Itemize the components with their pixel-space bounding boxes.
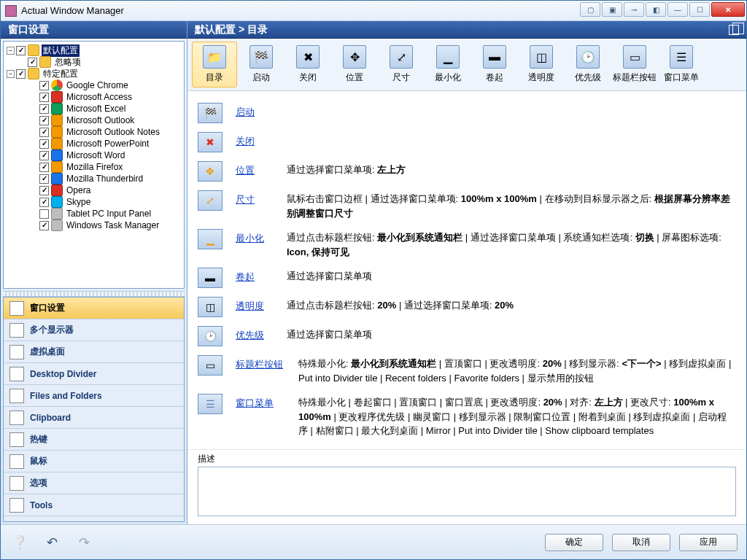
- toolbar-button[interactable]: ▭标题栏按钮: [612, 42, 657, 88]
- tree-item-label[interactable]: Microsoft Word: [65, 150, 126, 160]
- link-winmenu[interactable]: 窗口菜单: [236, 394, 298, 410]
- tree-item-label[interactable]: Microsoft Outlook: [65, 115, 136, 125]
- tree-checkbox[interactable]: [39, 104, 49, 114]
- cancel-button[interactable]: 取消: [612, 534, 670, 551]
- tree-item-app[interactable]: Mozilla Firefox: [5, 161, 182, 173]
- toolbar-button[interactable]: ⤢尺寸: [379, 42, 424, 88]
- maximize-button[interactable]: ☐: [689, 2, 710, 17]
- link-size[interactable]: 尺寸: [236, 190, 287, 206]
- tree-checkbox[interactable]: [39, 174, 49, 184]
- tree-item-app[interactable]: Microsoft PowerPoint: [5, 138, 182, 149]
- nav-item[interactable]: Clipboard: [4, 407, 184, 429]
- toolbar-button[interactable]: ▁最小化: [425, 42, 471, 88]
- tree-checkbox[interactable]: [39, 93, 49, 102]
- undo-icon[interactable]: ↶: [42, 532, 62, 553]
- folder-icon: [39, 56, 51, 68]
- nav-item[interactable]: 鼠标: [4, 451, 184, 472]
- nav-icon: [9, 389, 24, 403]
- nav-item[interactable]: 多个显示器: [4, 319, 184, 341]
- sysbtn-extra3[interactable]: ⊸: [624, 2, 644, 17]
- config-tree[interactable]: − 默认配置 忽略项 − 特定配置 Google Chrom: [3, 41, 185, 289]
- tree-item-label[interactable]: Mozilla Thunderbird: [65, 174, 144, 184]
- tree-checkbox[interactable]: [16, 69, 26, 79]
- tree-checkbox[interactable]: [39, 221, 49, 230]
- toolbar-button[interactable]: 📁目录: [192, 42, 237, 88]
- splitter-grip[interactable]: [3, 291, 185, 297]
- link-rollup[interactable]: 卷起: [236, 268, 287, 284]
- tree-item-default-config[interactable]: 默认配置: [42, 44, 80, 57]
- expand-toggle[interactable]: −: [7, 47, 15, 55]
- tree-checkbox[interactable]: [39, 163, 49, 172]
- nav-item[interactable]: Desktop Divider: [4, 363, 184, 385]
- tree-checkbox[interactable]: [16, 46, 26, 55]
- toolbar-button[interactable]: 🏁启动: [239, 42, 284, 88]
- nav-item[interactable]: Tools: [4, 494, 184, 516]
- tree-item-app[interactable]: Opera: [5, 184, 182, 196]
- tree-checkbox[interactable]: [39, 151, 49, 160]
- tree-item-app[interactable]: Microsoft Excel: [5, 103, 182, 114]
- link-priority[interactable]: 优先级: [236, 326, 287, 342]
- nav-item[interactable]: 选项: [4, 472, 184, 494]
- toolbar-button[interactable]: 🕑优先级: [565, 42, 611, 88]
- redo-icon[interactable]: ↷: [74, 532, 94, 553]
- sysbtn-extra2[interactable]: ▣: [602, 2, 622, 17]
- tree-item-app[interactable]: Tablet PC Input Panel: [5, 208, 182, 219]
- link-minimize[interactable]: 最小化: [236, 229, 287, 245]
- close-button[interactable]: ✕: [711, 2, 745, 17]
- tree-item-label[interactable]: Tablet PC Input Panel: [65, 209, 152, 219]
- ok-button[interactable]: 确定: [545, 534, 603, 551]
- minimize-button[interactable]: —: [667, 2, 688, 17]
- duplicate-icon[interactable]: [729, 25, 739, 35]
- tree-item-app[interactable]: Windows Task Manager: [5, 219, 182, 231]
- link-position[interactable]: 位置: [236, 161, 287, 177]
- desc-transparency: 通过点击标题栏按钮: 20% | 通过选择窗口菜单项: 20%: [287, 297, 736, 313]
- tree-item-label[interactable]: Mozilla Firefox: [65, 162, 124, 172]
- tree-item-app[interactable]: Skype: [5, 196, 182, 208]
- tree-checkbox[interactable]: [39, 139, 49, 149]
- tree-checkbox[interactable]: [39, 81, 49, 90]
- link-titlebtn[interactable]: 标题栏按钮: [236, 355, 298, 371]
- tree-checkbox[interactable]: [39, 116, 49, 125]
- tree-item-label[interactable]: Skype: [65, 197, 92, 207]
- tree-item-app[interactable]: Microsoft Outlook: [5, 114, 182, 126]
- tree-item-specific-config[interactable]: 特定配置: [42, 68, 80, 80]
- tree-item-label[interactable]: Microsoft Outlook Notes: [65, 127, 161, 137]
- toolbar-button[interactable]: ☰窗口菜单: [659, 42, 704, 88]
- tree-item-ignore[interactable]: 忽略项: [53, 56, 82, 69]
- tree-checkbox[interactable]: [39, 209, 49, 219]
- toolbar-button[interactable]: ✖关闭: [285, 42, 330, 88]
- tree-item-app[interactable]: Microsoft Access: [5, 91, 182, 103]
- sysbtn-extra4[interactable]: ◧: [646, 2, 666, 17]
- titlebar[interactable]: Actual Window Manager ▢ ▣ ⊸ ◧ — ☐ ✕: [1, 1, 746, 21]
- tree-checkbox[interactable]: [39, 198, 49, 207]
- tree-item-app[interactable]: Microsoft Word: [5, 149, 182, 161]
- toolbar-button[interactable]: ◫透明度: [519, 42, 564, 88]
- nav-item[interactable]: 虚拟桌面: [4, 341, 184, 363]
- expand-toggle[interactable]: −: [7, 70, 15, 78]
- link-transparency[interactable]: 透明度: [236, 297, 287, 313]
- tree-checkbox[interactable]: [28, 58, 37, 67]
- link-startup[interactable]: 启动: [236, 103, 287, 119]
- tree-item-label[interactable]: Microsoft PowerPoint: [65, 139, 150, 149]
- nav-item[interactable]: 窗口设置: [4, 298, 184, 319]
- apply-button[interactable]: 应用: [679, 534, 738, 551]
- help-icon[interactable]: ❔: [9, 532, 30, 553]
- tree-checkbox[interactable]: [39, 186, 49, 195]
- tree-item-app[interactable]: Google Chrome: [5, 79, 182, 91]
- sysbtn-extra1[interactable]: ▢: [580, 2, 600, 17]
- app-icon: [51, 126, 63, 138]
- nav-item[interactable]: 热键: [4, 429, 184, 451]
- toolbar-button[interactable]: ✥位置: [332, 42, 377, 88]
- link-close[interactable]: 关闭: [236, 132, 287, 148]
- toolbar-button[interactable]: ▬卷起: [472, 42, 517, 88]
- tree-item-app[interactable]: Microsoft Outlook Notes: [5, 126, 182, 138]
- tree-item-app[interactable]: Mozilla Thunderbird: [5, 173, 182, 184]
- tree-item-label[interactable]: Windows Task Manager: [65, 220, 160, 230]
- tree-item-label[interactable]: Microsoft Excel: [65, 104, 127, 114]
- tree-item-label[interactable]: Google Chrome: [65, 80, 130, 90]
- nav-item[interactable]: Files and Folders: [4, 385, 184, 407]
- tree-item-label[interactable]: Microsoft Access: [65, 92, 133, 102]
- tree-checkbox[interactable]: [39, 128, 49, 137]
- tree-item-label[interactable]: Opera: [65, 185, 92, 195]
- description-input[interactable]: [198, 467, 736, 516]
